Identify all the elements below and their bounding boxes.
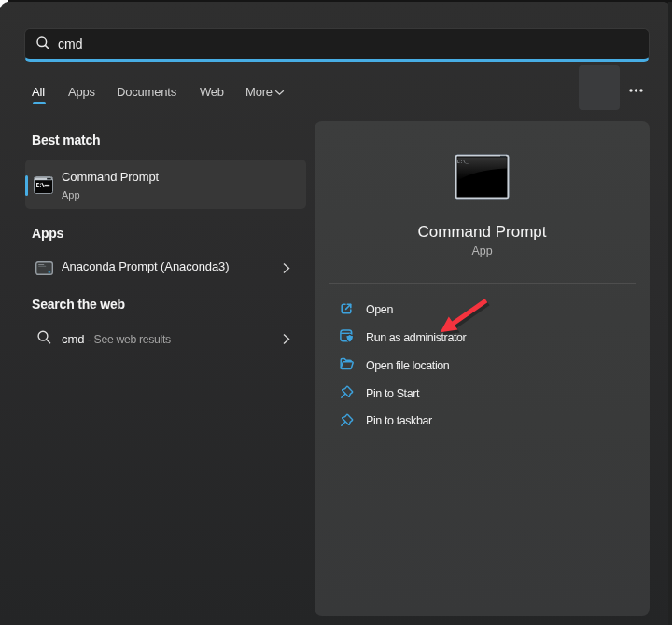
svg-text:C:\_: C:\_ [457,160,469,165]
